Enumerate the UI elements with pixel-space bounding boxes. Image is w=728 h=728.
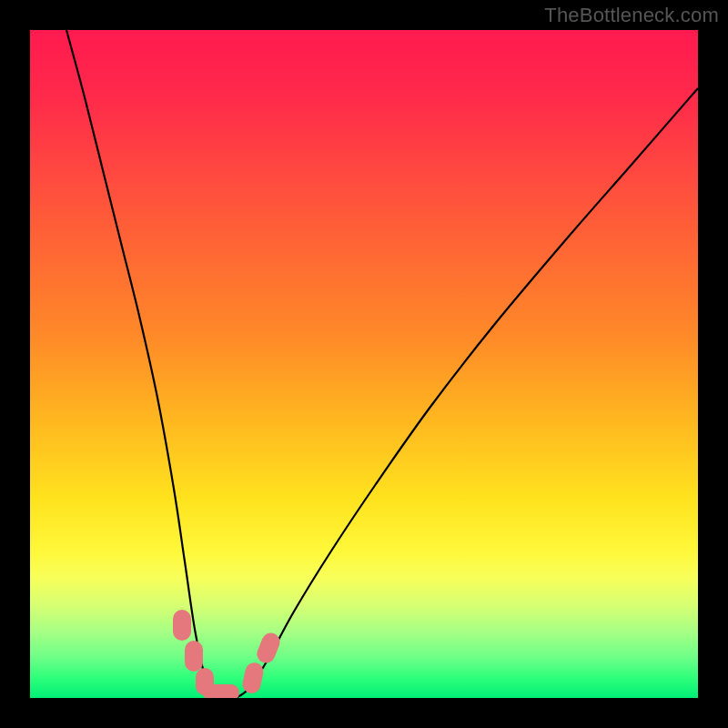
curve-path: [66, 30, 698, 698]
chart-frame: TheBottleneck.com: [0, 0, 728, 728]
valley-marker: [173, 610, 191, 641]
watermark-text: TheBottleneck.com: [544, 4, 719, 27]
bottleneck-curve: [30, 30, 698, 698]
valley-marker: [185, 641, 203, 672]
valley-marker: [203, 684, 239, 698]
plot-area: [30, 30, 698, 698]
